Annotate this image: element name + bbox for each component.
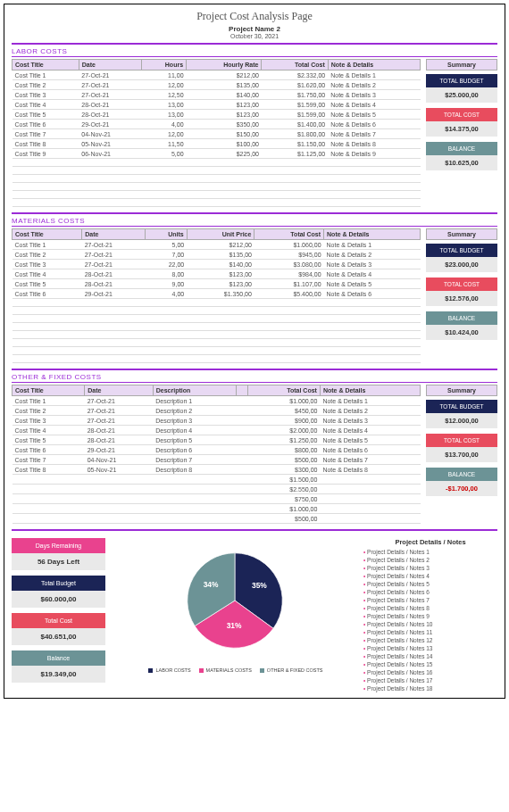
total-cost-value: $40.651,00 [12,628,105,645]
cell: $1.599,00 [262,100,328,110]
cell [236,396,248,406]
legend-item: MATERIALS COSTS [196,667,252,673]
footer: Days Remaining56 Days Left Total Budget$… [12,538,497,692]
cell: 12,50 [142,90,187,100]
cell: 04-Nov-21 [85,455,154,465]
cell: 28-Oct-21 [85,426,154,435]
cell: $1.000,00 [248,396,321,406]
total-budget-value: $60.000,00 [12,591,105,608]
cell: Cost Title 3 [13,90,79,100]
page-title: Project Cost Analysis Page [12,10,497,23]
cell: Note & Details 5 [324,279,421,289]
cell: 4,00 [146,289,188,299]
cell: Note & Details 3 [324,260,421,269]
total-budget-value: $23.000,00 [426,257,497,272]
table-row: Cost Title 629-Oct-21Description 6$800,0… [13,445,421,455]
table-row: Cost Title 127-Oct-21Description 1$1.000… [13,396,421,406]
legend-item: OTHER & FIXED COSTS [257,667,323,673]
total-cost-label: Total Cost [12,613,105,628]
total-budget-label: Total Budget [12,576,105,591]
total-cost-label: TOTAL COST [426,278,497,291]
cell: Description 1 [153,396,236,406]
cell: 27-Oct-21 [85,416,154,426]
list-item: Project Details / Notes 17 [363,676,497,684]
cell: Cost Title 8 [13,465,85,475]
cell: $123,00 [187,279,254,289]
list-item: Project Details / Notes 15 [363,660,497,668]
materials-table: Cost TitleDateUnitsUnit PriceTotal CostN… [12,228,421,363]
cell: 7,00 [146,250,188,260]
column-header: Cost Title [13,60,79,70]
list-item: Project Details / Notes 18 [363,684,497,692]
table-row: Cost Title 428-Oct-2113,00$123,00$1.599,… [13,100,421,110]
cell: $150,00 [187,129,262,139]
cell: 28-Oct-21 [79,110,142,120]
page: Project Cost Analysis Page Project Name … [4,4,505,699]
column-header: Cost Title [13,229,82,240]
list-item: Project Details / Notes 8 [363,604,497,612]
cell: 27-Oct-21 [82,250,146,260]
cell: $1.750,00 [262,90,328,100]
table-row [13,175,421,183]
summary-header: Summary [426,228,497,240]
cell: Cost Title 2 [13,250,82,260]
table-row [13,167,421,175]
table-row: Cost Title 127-Oct-215,00$212,00$1.060,0… [13,240,421,250]
table-row: $750,00 [13,494,421,504]
divider [12,226,497,227]
cell [236,445,248,455]
column-header: Total Cost [254,229,324,240]
cell: 13,00 [142,100,187,110]
cell: Note & Details 3 [320,416,420,426]
table-row: $1.500,00 [13,475,421,485]
cell: Cost Title 5 [13,110,79,120]
cell: 12,00 [142,80,187,90]
list-item: Project Details / Notes 10 [363,620,497,628]
cell: 05-Nov-21 [79,139,142,149]
list-item: Project Details / Notes 12 [363,636,497,644]
cell: Cost Title 8 [13,139,79,149]
cell: $1.107,00 [254,279,324,289]
cell: Note & Details 2 [324,250,421,260]
column-header: Date [85,385,154,396]
cell: Cost Title 9 [13,149,79,159]
table-row: Cost Title 528-Oct-2113,00$123,00$1.599,… [13,110,421,120]
cell: 27-Oct-21 [79,70,142,80]
cell: Description 2 [153,406,236,416]
table-row: $500,00 [13,514,421,524]
cell: Note & Details 5 [328,110,420,120]
table-row [13,323,421,331]
table-row [13,299,421,307]
cell: Note & Details 7 [320,455,420,465]
list-item: Project Details / Notes 5 [363,580,497,588]
column-header: Total Cost [262,60,328,70]
table-row [13,307,421,315]
list-item: Project Details / Notes 4 [363,572,497,580]
cell: 13,00 [142,110,187,120]
cell: Cost Title 2 [13,80,79,90]
total-budget-label: TOTAL BUDGET [426,244,497,257]
summary-header: Summary [426,385,497,396]
notes-title: Project Details / Notes [363,538,497,546]
cell: Note & Details 8 [320,465,420,475]
cell: Cost Title 6 [13,445,85,455]
total-budget-label: TOTAL BUDGET [426,74,497,87]
days-remaining-value: 56 Days Left [12,553,105,570]
divider [12,529,497,531]
cell: 27-Oct-21 [85,396,154,406]
table-row: Cost Title 704-Nov-21Description 7$500,0… [13,455,421,465]
cell [236,416,248,426]
notes-list: Project Details / Notes 1Project Details… [363,548,497,692]
total-cost-value: $14.375,00 [426,121,497,137]
cell: Description 5 [153,435,236,445]
cell: 11,00 [142,70,187,80]
column-header: Total Cost [248,385,321,396]
cell: 29-Oct-21 [85,445,154,455]
list-item: Project Details / Notes 1 [363,548,497,556]
table-row: Cost Title 428-Oct-21Description 4$2.000… [13,426,421,435]
cell: 4,00 [142,120,187,129]
cell: $1.250,00 [248,435,321,445]
summary-header: Summary [426,59,497,70]
cell: 28-Oct-21 [79,100,142,110]
cell: $450,00 [248,406,321,416]
